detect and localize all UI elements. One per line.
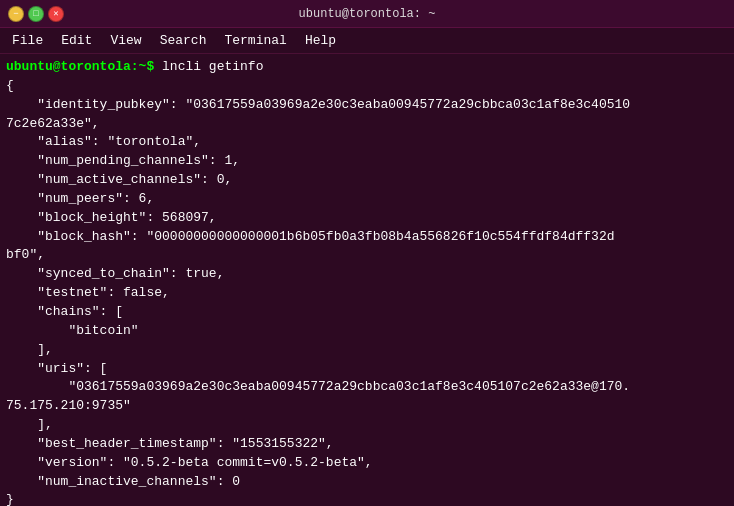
window-controls[interactable]: − □ ✕ xyxy=(8,6,64,22)
command-1: lncli getinfo xyxy=(154,59,263,74)
prompt-1: ubuntu@torontola:~$ xyxy=(6,59,154,74)
command-output: { "identity_pubkey": "03617559a03969a2e3… xyxy=(6,77,728,506)
command-line-1: ubuntu@torontola:~$ lncli getinfo xyxy=(6,58,728,77)
maximize-button[interactable]: □ xyxy=(28,6,44,22)
close-button[interactable]: ✕ xyxy=(48,6,64,22)
window-title: ubuntu@torontola: ~ xyxy=(64,7,670,21)
menu-edit[interactable]: Edit xyxy=(53,31,100,50)
terminal-body[interactable]: ubuntu@torontola:~$ lncli getinfo { "ide… xyxy=(0,54,734,506)
titlebar: − □ ✕ ubuntu@torontola: ~ xyxy=(0,0,734,28)
menu-file[interactable]: File xyxy=(4,31,51,50)
menu-help[interactable]: Help xyxy=(297,31,344,50)
menu-view[interactable]: View xyxy=(102,31,149,50)
minimize-button[interactable]: − xyxy=(8,6,24,22)
menu-search[interactable]: Search xyxy=(152,31,215,50)
menubar: File Edit View Search Terminal Help xyxy=(0,28,734,54)
menu-terminal[interactable]: Terminal xyxy=(216,31,294,50)
